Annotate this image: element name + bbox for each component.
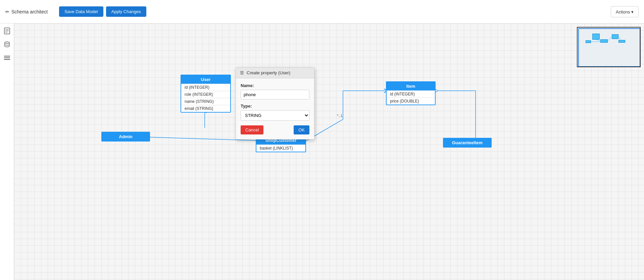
minimap-viewport (578, 28, 640, 67)
save-data-model-button[interactable]: Save Data Model (59, 6, 103, 17)
main-area: *..1 User id (INTEGER) (0, 24, 644, 280)
entity-item-field-price: price (DOUBLE) (387, 97, 435, 105)
entity-user-field-id: id (INTEGER) (181, 84, 230, 91)
entity-item[interactable]: Item id (INTEGER) price (DOUBLE) (386, 81, 436, 105)
name-label: Name: (241, 83, 309, 88)
create-property-dialog[interactable]: ☰ Create property (User) Name: Type: STR… (236, 67, 314, 139)
type-label: Type: (241, 104, 309, 109)
type-select[interactable]: STRING INTEGER DOUBLE BOOLEAN LINKLIST D… (241, 110, 309, 121)
edit-icon: ✏ (5, 9, 9, 14)
svg-text:*..1: *..1 (337, 114, 343, 118)
cancel-button[interactable]: Cancel (241, 125, 263, 134)
dialog-overlay: ☰ Create property (User) Name: Type: STR… (14, 24, 644, 280)
dialog-header: ☰ Create property (User) (236, 68, 314, 78)
entity-item-field-id: id (INTEGER) (387, 90, 435, 97)
apply-changes-button[interactable]: Apply Changes (106, 6, 146, 17)
entity-user-field-role: role (INTEGER) (181, 91, 230, 98)
entity-user[interactable]: User id (INTEGER) role (INTEGER) name (S… (181, 75, 231, 113)
dialog-menu-icon: ☰ (240, 70, 244, 75)
connections-svg: *..1 (14, 24, 644, 280)
minimap-inner (578, 28, 640, 67)
entity-guaranteeitem-header: GuaranteeItem (444, 138, 491, 147)
topbar: ✏ Schema architect Save Data Model Apply… (0, 0, 644, 24)
canvas[interactable]: *..1 User id (INTEGER) (14, 24, 644, 280)
entity-admin-header: Admin (102, 132, 149, 141)
dialog-body: Name: Type: STRING INTEGER DOUBLE BOOLEA… (236, 78, 314, 139)
entity-user-field-email: email (STRING) (181, 105, 230, 112)
list-icon[interactable] (3, 54, 11, 62)
minimap (577, 27, 641, 67)
ok-button[interactable]: OK (294, 125, 309, 134)
name-input[interactable] (241, 90, 309, 99)
database-icon[interactable] (3, 40, 11, 48)
file-icon[interactable] (3, 27, 11, 35)
entity-admin[interactable]: Admin (101, 132, 150, 142)
entity-guaranteeitem[interactable]: GuaranteeItem (443, 138, 492, 148)
dialog-title: Create property (User) (247, 70, 290, 75)
sidebar (0, 24, 14, 280)
actions-button[interactable]: Actions ▾ (611, 6, 639, 17)
svg-point-4 (5, 42, 9, 44)
title-text: Schema architect (11, 9, 48, 14)
app-title: ✏ Schema architect (5, 9, 48, 14)
entity-item-header: Item (387, 82, 435, 90)
dialog-buttons: Cancel OK (241, 125, 309, 134)
entity-user-header: User (181, 75, 230, 84)
entity-shopcustomer-field-basket: basket (LINKLIST) (256, 145, 305, 152)
entity-user-field-name: name (STRING) (181, 98, 230, 105)
